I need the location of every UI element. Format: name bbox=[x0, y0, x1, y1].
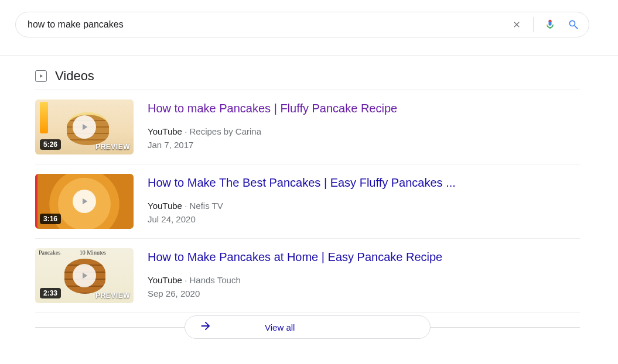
search-bar-area bbox=[0, 0, 618, 37]
duration-badge: 2:33 bbox=[40, 288, 61, 298]
duration-badge: 3:16 bbox=[40, 214, 61, 224]
video-result: 3:16 How to Make The Best Pancakes | Eas… bbox=[35, 164, 580, 239]
search-input[interactable] bbox=[28, 19, 510, 30]
video-date: Sep 26, 2020 bbox=[148, 289, 442, 298]
video-title-link[interactable]: How to Make The Best Pancakes | Easy Flu… bbox=[148, 175, 456, 190]
video-source: YouTube bbox=[148, 275, 182, 285]
video-info: How to make Pancakes | Fluffy Pancake Re… bbox=[148, 99, 397, 154]
video-thumbnail[interactable]: 5:26 PREVIEW bbox=[35, 99, 134, 154]
video-info: How to Make Pancakes at Home | Easy Panc… bbox=[148, 248, 442, 303]
video-meta: YouTube · Hands Touch bbox=[148, 275, 442, 285]
video-channel: Recipes by Carina bbox=[189, 126, 261, 136]
preview-badge: PREVIEW bbox=[95, 143, 130, 151]
view-all-label: View all bbox=[265, 322, 295, 332]
mic-icon[interactable] bbox=[543, 18, 557, 32]
divider bbox=[533, 17, 534, 32]
video-info: How to Make The Best Pancakes | Easy Flu… bbox=[148, 174, 456, 229]
video-meta: YouTube · Recipes by Carina bbox=[148, 126, 397, 136]
search-action-icons bbox=[510, 17, 581, 32]
search-box[interactable] bbox=[15, 12, 589, 37]
video-source: YouTube bbox=[148, 126, 182, 136]
video-title-link[interactable]: How to Make Pancakes at Home | Easy Panc… bbox=[148, 249, 442, 265]
view-all-button[interactable]: View all bbox=[185, 315, 431, 339]
video-title-link[interactable]: How to make Pancakes | Fluffy Pancake Re… bbox=[148, 101, 397, 116]
video-channel: Hands Touch bbox=[189, 275, 240, 285]
search-icon[interactable] bbox=[566, 18, 581, 32]
video-list: 5:26 PREVIEW How to make Pancakes | Fluf… bbox=[35, 90, 580, 313]
preview-badge: PREVIEW bbox=[95, 291, 130, 300]
clear-icon[interactable] bbox=[510, 18, 524, 32]
video-thumbnail[interactable]: 3:16 bbox=[35, 174, 134, 229]
play-icon bbox=[73, 264, 96, 287]
video-result: 5:26 PREVIEW How to make Pancakes | Fluf… bbox=[35, 90, 580, 164]
video-thumbnail[interactable]: 2:33 PREVIEW bbox=[35, 248, 134, 303]
view-all-row: View all bbox=[35, 313, 580, 342]
video-channel: Nefis TV bbox=[189, 201, 223, 211]
video-source: YouTube bbox=[148, 201, 182, 211]
header-divider bbox=[0, 55, 618, 56]
play-icon bbox=[73, 190, 96, 213]
video-meta: YouTube · Nefis TV bbox=[148, 201, 456, 211]
duration-badge: 5:26 bbox=[40, 139, 61, 150]
results-content: Videos 5:26 PREVIEW How to make Pancakes… bbox=[0, 68, 580, 342]
videos-section-icon bbox=[35, 70, 47, 82]
videos-section-header: Videos bbox=[35, 68, 580, 84]
play-icon bbox=[73, 115, 96, 139]
video-date: Jul 24, 2020 bbox=[148, 214, 456, 224]
video-date: Jan 7, 2017 bbox=[148, 140, 397, 150]
video-result: 2:33 PREVIEW How to Make Pancakes at Hom… bbox=[35, 239, 580, 313]
arrow-right-icon bbox=[199, 320, 212, 335]
videos-section-title: Videos bbox=[55, 68, 94, 84]
